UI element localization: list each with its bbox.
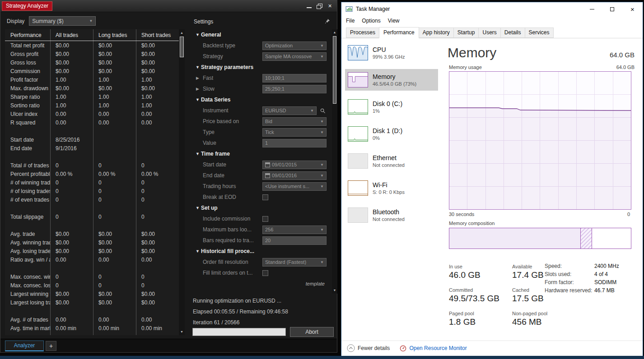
graph-time-label: 30 seconds	[449, 212, 474, 217]
sidebar-item-text: Disk 1 (D:)0%	[373, 127, 402, 141]
sidebar-item-text: EthernetNot connected	[373, 154, 405, 168]
detail-value-slots-used: 4 of 4	[594, 271, 639, 277]
type-dropdown[interactable]: Tick▼	[262, 128, 327, 137]
cpu-mini-graph	[348, 45, 368, 60]
section-header-time-frame[interactable]: ▼Time frame	[190, 148, 332, 159]
sidebar-item-disk-1-d[interactable]: Disk 1 (D:)0%	[345, 123, 438, 145]
fill-limit-orders-on-t-checkbox[interactable]	[262, 270, 268, 276]
end-date-dropdown[interactable]: 09/01/2016▼	[262, 171, 327, 180]
sidebar-item-disk-0-c[interactable]: Disk 0 (C:)1%	[345, 96, 438, 118]
menu-file[interactable]: File	[342, 16, 358, 25]
template-link[interactable]: template	[306, 281, 325, 286]
break-at-eod-checkbox[interactable]	[262, 194, 268, 200]
detail-value-form-factor: SODIMM	[594, 279, 639, 285]
tab-analyzer[interactable]: Analyzer	[5, 341, 44, 351]
scroll-up-icon[interactable]: ▲	[332, 30, 337, 35]
minimize-button[interactable]	[306, 3, 313, 9]
tab-app-history[interactable]: App history	[419, 28, 454, 38]
scrollbar-thumb[interactable]	[333, 36, 336, 104]
scrollbar-thumb[interactable]	[180, 37, 184, 57]
maximize-button[interactable]	[602, 2, 622, 16]
sidebar-item-ethernet[interactable]: EthernetNot connected	[345, 150, 438, 172]
cell-short-trades: 0	[136, 274, 179, 280]
section-header-general[interactable]: ▼General	[190, 29, 332, 40]
tab-performance[interactable]: Performance	[379, 27, 419, 38]
memory-composition-bar[interactable]	[449, 228, 631, 249]
setting-label: Break at EOD	[190, 194, 236, 200]
maximum-bars-loo-dropdown[interactable]: 256▼	[262, 226, 327, 234]
cell-all-trades: $0.00	[50, 42, 93, 49]
setting-backtest-type: Backtest typeOptimization▼	[190, 40, 332, 51]
menu-options[interactable]: Options	[358, 16, 384, 25]
chevron-right-icon[interactable]: ▶	[196, 87, 199, 91]
chevron-right-icon[interactable]: ▶	[196, 76, 199, 80]
include-commission-checkbox[interactable]	[262, 216, 268, 222]
fast-input[interactable]: 10;100;1	[262, 74, 327, 83]
minimize-button[interactable]	[582, 2, 602, 16]
tab-users[interactable]: Users	[478, 28, 500, 38]
trading-hours-dropdown[interactable]: <Use instrument s...▼	[262, 182, 327, 191]
sidebar-item-bluetooth[interactable]: BluetoothNot connected	[345, 204, 438, 226]
section-header-data-series[interactable]: ▼Data Series	[190, 94, 332, 105]
tab-startup[interactable]: Startup	[453, 28, 479, 38]
task-manager-titlebar[interactable]: Task Manager ×	[341, 2, 643, 16]
cell-all-trades: $0.00	[50, 68, 93, 74]
sidebar-item-memory[interactable]: Memory46.5/64.0 GB (73%)	[345, 69, 438, 91]
scroll-up-icon[interactable]: ▲	[179, 30, 185, 36]
add-tab-button[interactable]: +	[46, 341, 56, 351]
bars-required-to-tra-input[interactable]: 20	[262, 236, 327, 245]
stat-value-committed: 49.5/73.5 GB	[449, 294, 512, 307]
cell-all-trades: 0.00	[50, 317, 93, 323]
backtest-type-dropdown[interactable]: Optimization▼	[262, 41, 327, 50]
cell-long-trades: 0	[93, 274, 136, 280]
tab-processes[interactable]: Processes	[346, 28, 379, 38]
price-based-on-dropdown[interactable]: Bid▼	[262, 117, 327, 126]
chevron-down-icon: ▼	[196, 206, 201, 210]
scroll-down-icon[interactable]: ▼	[179, 329, 185, 335]
strategy-analyzer-titlebar[interactable]: Strategy Analyzer ×	[0, 0, 337, 12]
order-fill-resolution-dropdown[interactable]: Standard (Fastest)▼	[262, 258, 327, 267]
table-row	[5, 152, 179, 161]
task-manager-window: Task Manager × FileOptionsView Processes…	[341, 2, 643, 356]
abort-button[interactable]: Abort	[290, 327, 334, 337]
sidebar-item-wi-fi[interactable]: Wi-FiS: 0 R: 0 Kbps	[345, 177, 438, 199]
scroll-down-icon[interactable]: ▼	[332, 288, 337, 293]
table-scrollbar[interactable]: ▲ ▼	[179, 29, 185, 335]
status-line-3: Iteration 61 / 20566	[193, 317, 288, 328]
cell-long-trades: $0.00	[93, 60, 136, 66]
menu-view[interactable]: View	[384, 16, 403, 25]
display-dropdown[interactable]: Summary ($) ▼	[29, 16, 96, 26]
sidebar-item-cpu[interactable]: CPU99% 3.96 GHz	[345, 42, 438, 64]
setting-type: TypeTick▼	[190, 127, 332, 138]
pin-icon[interactable]	[325, 18, 330, 25]
settings-scrollbar[interactable]: ▲ ▼	[332, 29, 337, 294]
tab-services[interactable]: Services	[525, 28, 554, 38]
slow-input[interactable]: 25;250;1	[262, 85, 327, 93]
chevron-down-icon: ▼	[320, 44, 324, 48]
status-line-1: Running optimization on EURUSD ...	[193, 295, 288, 306]
setting-break-at-eod: Break at EOD	[190, 192, 332, 203]
column-header-short-trades[interactable]: Short trades	[136, 32, 179, 38]
detail-label-form-factor: Form factor:	[545, 279, 594, 285]
column-header-all-trades[interactable]: All trades	[50, 32, 93, 38]
column-header-long-trades[interactable]: Long trades	[93, 32, 136, 38]
instrument-dropdown[interactable]: EURUSD▼	[262, 106, 317, 115]
close-button[interactable]: ×	[327, 3, 333, 9]
value-input[interactable]: 1	[262, 139, 327, 147]
tab-details[interactable]: Details	[500, 28, 525, 38]
table-row: # of winning trades000	[5, 178, 179, 187]
row-label: # of losing trades	[5, 188, 50, 194]
search-icon[interactable]	[318, 106, 327, 115]
row-label: Percent profitable	[5, 171, 50, 177]
setting-label: Instrument	[190, 107, 229, 114]
strategy-dropdown[interactable]: Sample MA crossove▼	[262, 52, 327, 61]
open-resource-monitor-link[interactable]: Open Resource Monitor	[400, 345, 467, 352]
section-header-set-up[interactable]: ▼Set up	[190, 203, 332, 213]
column-header-performance[interactable]: Performance	[5, 32, 50, 38]
section-header-historical-fill-proce[interactable]: ▼Historical fill proce...	[190, 246, 332, 257]
close-button[interactable]: ×	[622, 2, 643, 16]
restore-button[interactable]	[316, 3, 323, 9]
fewer-details-button[interactable]: Fewer details	[347, 344, 390, 352]
start-date-dropdown[interactable]: 09/01/2015▼	[262, 161, 327, 169]
section-header-strategy-parameters[interactable]: ▼Strategy parameters	[190, 62, 332, 73]
